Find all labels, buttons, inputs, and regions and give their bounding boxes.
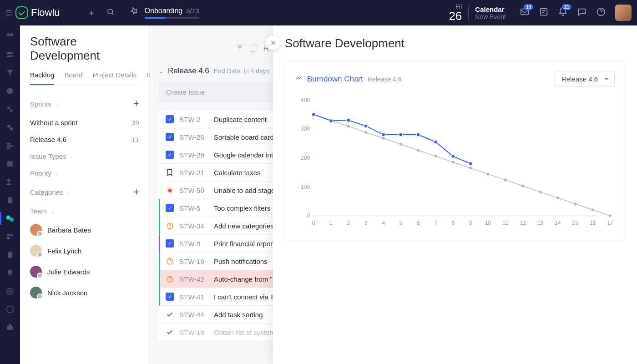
svg-point-74 — [469, 167, 472, 169]
avatar-icon — [30, 224, 42, 236]
task-icon — [166, 115, 174, 123]
panel-title: Software Development — [285, 36, 625, 51]
rail-item-2[interactable] — [5, 49, 15, 60]
rail-item-9[interactable] — [5, 177, 15, 187]
rail-item-8[interactable] — [5, 158, 15, 169]
svg-point-83 — [312, 112, 315, 116]
section-team[interactable]: Team ⌄ — [30, 202, 139, 219]
select-all-checkbox[interactable] — [250, 45, 257, 52]
bell-icon[interactable]: 21 — [558, 7, 568, 19]
issue-title: Google calendar integ — [214, 151, 281, 159]
onboarding-widget[interactable]: Onboarding 5/13 — [129, 7, 200, 19]
rail-item-12[interactable] — [5, 231, 15, 242]
svg-point-0 — [108, 9, 113, 14]
svg-line-37 — [171, 188, 172, 189]
svg-point-73 — [452, 161, 455, 164]
tab-project-details[interactable]: Project Details — [92, 71, 136, 85]
chart-sprint-select[interactable]: Release 4.6 — [555, 71, 615, 87]
rail-item-4[interactable] — [5, 86, 15, 96]
rail-item-10[interactable] — [5, 195, 15, 206]
help-icon[interactable] — [596, 7, 606, 19]
brand[interactable]: Flowlu — [15, 6, 60, 19]
svg-text:10: 10 — [485, 220, 491, 226]
section-categories[interactable]: Categories › + — [30, 182, 139, 202]
svg-point-17 — [10, 217, 14, 222]
sprint-row-none[interactable]: Without a sprint 39 — [30, 114, 139, 131]
rail-item-13[interactable] — [5, 249, 15, 260]
svg-point-91 — [451, 155, 455, 158]
svg-text:4: 4 — [382, 220, 385, 226]
chevron-down-icon: ⌄ — [54, 102, 60, 107]
add-category-button[interactable]: + — [133, 186, 139, 198]
issue-key: STW-34 — [179, 222, 208, 230]
rail-item-17[interactable] — [5, 322, 15, 333]
brand-name: Flowlu — [31, 7, 60, 19]
team-member[interactable]: Barbara Bates — [30, 219, 139, 240]
svg-point-15 — [7, 179, 10, 182]
rail-item-5[interactable] — [5, 104, 15, 115]
rail-item-agile[interactable] — [5, 213, 15, 224]
tab-board[interactable]: Board — [64, 71, 82, 85]
svg-text:100: 100 — [301, 184, 310, 190]
team-member[interactable]: Nick Jackson — [30, 282, 139, 303]
add-icon[interactable]: ＋ — [87, 7, 96, 18]
svg-rect-7 — [7, 52, 13, 54]
inbox-icon[interactable]: 10 — [520, 7, 530, 19]
svg-text:3: 3 — [364, 220, 368, 226]
calendar-title: Calendar — [475, 5, 506, 13]
issue-title: Unable to add stages — [214, 187, 278, 194]
burndown-chart: 010020030040001234567891011121314151617 — [295, 93, 615, 230]
issue-title: Obtain list of system e — [214, 329, 281, 336]
section-issue-types[interactable]: Issue Types › — [30, 148, 139, 165]
issue-title: Add new categories — [214, 222, 274, 230]
team-member[interactable]: Felix Lynch — [30, 240, 139, 261]
add-sprint-button[interactable]: + — [133, 98, 139, 110]
issue-title: I can't connect via IMA — [214, 293, 282, 301]
svg-point-22 — [7, 288, 13, 294]
section-priority[interactable]: Priority › — [30, 165, 139, 182]
date-widget[interactable]: Fri 26 — [449, 4, 462, 22]
chat-icon[interactable] — [577, 7, 587, 19]
menu-icon[interactable]: ☰ — [5, 9, 12, 17]
issue-title: Auto-change from "U — [214, 275, 278, 283]
filter-icon[interactable] — [236, 44, 243, 53]
rail-item-16[interactable] — [5, 304, 15, 315]
task-icon — [166, 293, 174, 301]
user-avatar[interactable] — [615, 5, 632, 21]
svg-point-87 — [381, 133, 385, 136]
search-icon[interactable] — [106, 8, 115, 18]
divider — [468, 5, 469, 21]
sprint-row-release[interactable]: Release 4.6 11 — [30, 131, 139, 148]
svg-rect-5 — [7, 33, 10, 36]
close-button[interactable]: ✕ — [266, 35, 280, 50]
burndown-card: Burndown Chart Release 4.6 Release 4.6 0… — [285, 61, 625, 241]
svg-rect-19 — [10, 234, 13, 236]
svg-text:2: 2 — [347, 220, 350, 226]
note-icon[interactable] — [539, 7, 549, 19]
svg-point-69 — [382, 137, 384, 140]
issue-title: Duplicate content — [214, 116, 267, 123]
svg-rect-18 — [7, 234, 10, 236]
svg-text:1: 1 — [329, 220, 333, 226]
calendar-widget[interactable]: Calendar New Event — [475, 5, 506, 20]
rail-item-15[interactable] — [5, 286, 15, 297]
issue-key: STW-21 — [179, 169, 208, 177]
sprint-end-date: End Date: in 4 days — [214, 67, 269, 75]
team-member-name: Barbara Bates — [47, 226, 91, 234]
tab-backlog[interactable]: Backlog — [30, 71, 54, 85]
team-member[interactable]: Julie Edwards — [30, 261, 139, 282]
svg-rect-8 — [7, 56, 13, 57]
task-icon — [166, 133, 174, 141]
section-sprints[interactable]: Sprints ⌄ + — [30, 93, 139, 114]
chart-title[interactable]: Burndown Chart — [307, 75, 363, 84]
issue-title: Push notifications — [214, 258, 268, 265]
rail-item-14[interactable] — [5, 268, 15, 278]
rail-item-6[interactable] — [5, 122, 15, 133]
rail-item-3[interactable] — [5, 67, 15, 78]
svg-point-84 — [329, 119, 333, 122]
svg-point-90 — [434, 140, 438, 144]
rail-item-1[interactable] — [5, 31, 15, 42]
rail-item-7[interactable] — [5, 140, 15, 151]
svg-text:9: 9 — [469, 220, 472, 226]
svg-text:15: 15 — [572, 220, 579, 226]
